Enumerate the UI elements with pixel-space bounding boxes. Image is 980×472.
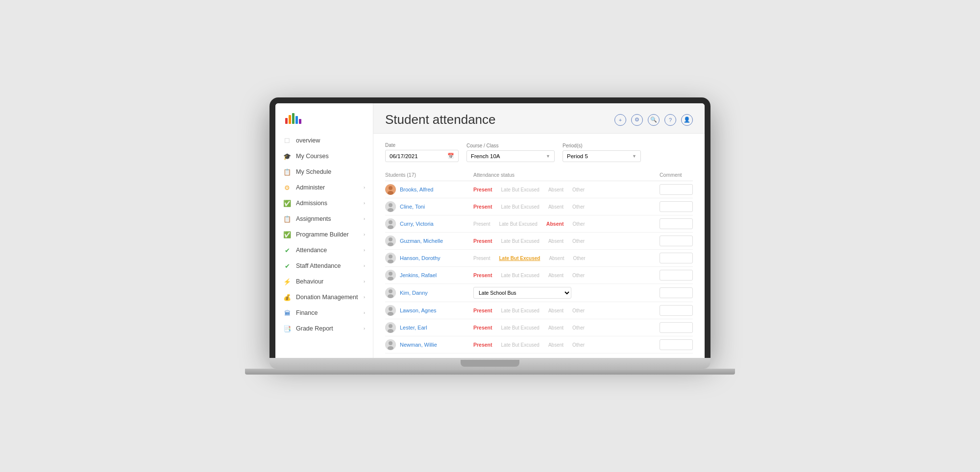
student-name-5[interactable]: Jenkins, Rafael: [400, 272, 437, 278]
status-opt-absent-0[interactable]: Absent: [548, 187, 564, 192]
avatar-0: [385, 184, 396, 195]
table-row: Guzman, MichellePresentLate But ExcusedA…: [385, 233, 693, 250]
nav-icon-7: ✔: [283, 246, 291, 254]
status-opt-present-7[interactable]: Present: [473, 307, 492, 313]
status-opt-late-9[interactable]: Late But Excused: [501, 342, 539, 348]
nav-label-5: Assignments: [296, 215, 359, 222]
status-opt-other-5[interactable]: Other: [572, 273, 585, 278]
student-name-8[interactable]: Lester, Earl: [400, 325, 427, 330]
course-input-wrapper[interactable]: ▼: [466, 150, 555, 162]
status-opt-present-9[interactable]: Present: [473, 342, 492, 348]
status-opt-late-0[interactable]: Late But Excused: [501, 187, 539, 192]
status-opt-absent-1[interactable]: Absent: [548, 204, 564, 210]
status-opt-absent-5[interactable]: Absent: [548, 273, 564, 278]
sidebar-item-finance[interactable]: 🏛Finance›: [275, 305, 373, 321]
status-opt-other-1[interactable]: Other: [572, 204, 585, 210]
comment-input-4[interactable]: [660, 253, 693, 263]
help-icon[interactable]: ?: [664, 114, 676, 126]
status-opt-absent-9[interactable]: Absent: [548, 342, 564, 348]
status-opt-present-5[interactable]: Present: [473, 272, 492, 278]
status-opt-present-1[interactable]: Present: [473, 204, 492, 210]
status-opt-absent-2[interactable]: Absent: [546, 221, 564, 227]
sidebar-item-programme-builder[interactable]: ✅Programme Builder›: [275, 227, 373, 242]
status-opt-late-8[interactable]: Late But Excused: [501, 325, 539, 330]
comment-input-0[interactable]: [660, 184, 693, 195]
nav-icon-9: ⚡: [283, 278, 291, 285]
sidebar-item-staff-attendance[interactable]: ✔Staff Attendance›: [275, 258, 373, 274]
sidebar: ☐overview🎓My Courses📋My Schedule⚙Adminis…: [275, 103, 373, 358]
logo-bars: [285, 112, 301, 124]
nav-icon-10: 💰: [283, 293, 291, 301]
status-opt-absent-4[interactable]: Absent: [549, 256, 564, 261]
nav-label-10: Donation Management: [296, 294, 359, 301]
comment-input-8[interactable]: [660, 322, 693, 333]
status-opt-present-4[interactable]: Present: [473, 256, 490, 261]
add-icon[interactable]: +: [614, 114, 626, 126]
sidebar-item-grade-report[interactable]: 📑Grade Report›: [275, 321, 373, 336]
comment-col-header: Comment: [660, 172, 693, 178]
status-opt-absent-8[interactable]: Absent: [548, 325, 564, 330]
settings-icon[interactable]: ⚙: [631, 114, 643, 126]
table-row: Brooks, AlfredPresentLate But ExcusedAbs…: [385, 181, 693, 198]
sidebar-item-overview[interactable]: ☐overview: [275, 133, 373, 148]
comment-input-5[interactable]: [660, 270, 693, 281]
status-opt-other-0[interactable]: Other: [572, 187, 585, 192]
status-opt-late-7[interactable]: Late But Excused: [501, 308, 539, 313]
status-opt-late-4[interactable]: Late But Excused: [499, 256, 540, 261]
nav-icon-12: 📑: [283, 325, 291, 332]
student-name-0[interactable]: Brooks, Alfred: [400, 187, 433, 192]
comment-input-9[interactable]: [660, 339, 693, 350]
status-opt-absent-7[interactable]: Absent: [548, 308, 564, 313]
svg-point-13: [389, 255, 392, 259]
student-name-7[interactable]: Lawson, Agnes: [400, 307, 437, 313]
sidebar-item-assignments[interactable]: 📋Assignments›: [275, 211, 373, 227]
status-opt-other-9[interactable]: Other: [572, 342, 585, 348]
student-name-3[interactable]: Guzman, Michelle: [400, 238, 443, 244]
status-opt-other-7[interactable]: Other: [572, 308, 585, 313]
comment-cell-9: [660, 339, 693, 350]
status-opt-other-8[interactable]: Other: [572, 325, 585, 330]
date-input[interactable]: [390, 153, 444, 159]
status-opt-other-3[interactable]: Other: [572, 238, 585, 244]
status-opt-present-3[interactable]: Present: [473, 238, 492, 244]
date-input-wrapper[interactable]: 📅: [385, 150, 459, 162]
status-opt-present-8[interactable]: Present: [473, 325, 492, 330]
comment-input-6[interactable]: [660, 287, 693, 298]
sidebar-item-my-courses[interactable]: 🎓My Courses: [275, 148, 373, 164]
avatar-6: [385, 287, 396, 298]
course-dropdown-icon: ▼: [546, 154, 550, 159]
status-opt-other-2[interactable]: Other: [572, 221, 585, 227]
student-name-9[interactable]: Newman, Willie: [400, 342, 437, 348]
period-input[interactable]: [567, 153, 629, 159]
sidebar-item-administer[interactable]: ⚙Administer›: [275, 180, 373, 195]
status-opt-late-1[interactable]: Late But Excused: [501, 204, 539, 210]
comment-input-1[interactable]: [660, 201, 693, 212]
sidebar-item-donation-management[interactable]: 💰Donation Management›: [275, 289, 373, 305]
attendance-dropdown-6[interactable]: Late School BusPresentLate But ExcusedAb…: [473, 287, 571, 299]
student-name-1[interactable]: Cline, Toni: [400, 204, 425, 210]
sidebar-item-my-schedule[interactable]: 📋My Schedule: [275, 164, 373, 180]
sidebar-item-attendance[interactable]: ✔Attendance›: [275, 242, 373, 258]
period-input-wrapper[interactable]: ▼: [563, 150, 641, 162]
comment-cell-8: [660, 322, 693, 333]
status-opt-late-5[interactable]: Late But Excused: [501, 273, 539, 278]
course-input[interactable]: [471, 153, 543, 159]
search-icon[interactable]: 🔍: [648, 114, 660, 126]
status-opt-late-3[interactable]: Late But Excused: [501, 238, 539, 244]
comment-input-2[interactable]: [660, 218, 693, 229]
status-opt-late-2[interactable]: Late But Excused: [499, 221, 537, 227]
sidebar-item-behaviour[interactable]: ⚡Behaviour›: [275, 274, 373, 289]
comment-input-7[interactable]: [660, 305, 693, 316]
status-opt-present-2[interactable]: Present: [473, 221, 490, 227]
comment-input-3[interactable]: [660, 236, 693, 246]
nav-arrow-10: ›: [364, 295, 365, 300]
student-info-9: Newman, Willie: [385, 339, 473, 350]
sidebar-item-admissions[interactable]: ✅Admissions›: [275, 195, 373, 211]
status-opt-other-4[interactable]: Other: [573, 256, 586, 261]
user-icon[interactable]: 👤: [681, 114, 693, 126]
status-opt-present-0[interactable]: Present: [473, 187, 492, 192]
student-name-6[interactable]: Kim, Danny: [400, 290, 428, 296]
student-name-4[interactable]: Hanson, Dorothy: [400, 255, 441, 261]
status-opt-absent-3[interactable]: Absent: [548, 238, 564, 244]
student-name-2[interactable]: Curry, Victoria: [400, 221, 434, 227]
